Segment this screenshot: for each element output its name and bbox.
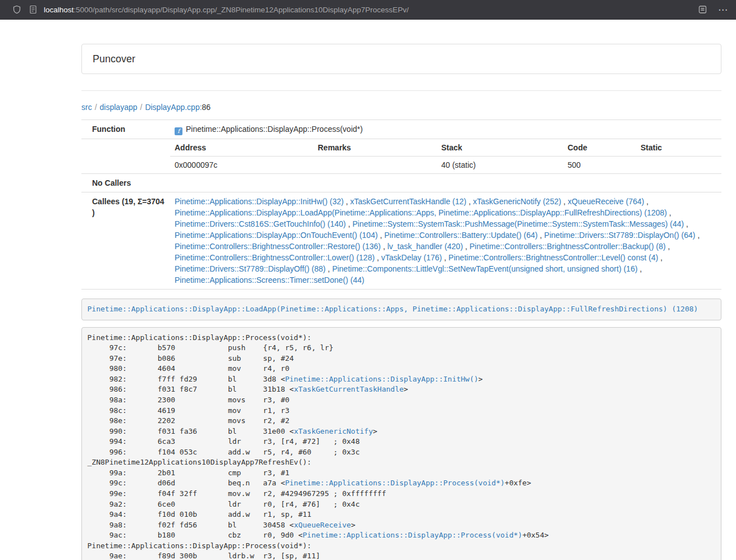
callee-link[interactable]: Pinetime::System::SystemTask::PushMessag… bbox=[353, 219, 684, 228]
reader-mode-icon[interactable] bbox=[698, 5, 707, 14]
stats-cell: Address Remarks Stack Code Static 0x0000… bbox=[170, 139, 721, 174]
col-header-remarks: Remarks bbox=[313, 139, 437, 157]
breadcrumb: src/displayapp/DisplayApp.cpp:86 bbox=[81, 102, 721, 113]
callee-separator: , bbox=[467, 197, 473, 206]
col-header-code: Code bbox=[563, 139, 636, 157]
selected-symbol-link[interactable]: Pinetime::Applications::DisplayApp::Load… bbox=[88, 305, 698, 313]
callee-link[interactable]: Pinetime::Controllers::BrightnessControl… bbox=[175, 253, 374, 262]
callee-link[interactable]: Pinetime::Controllers::BrightnessControl… bbox=[449, 253, 658, 262]
code-symbol-link[interactable]: Pinetime::Applications::DisplayApp::Proc… bbox=[285, 479, 505, 487]
callee-separator: , bbox=[374, 253, 381, 262]
callee-separator: , bbox=[381, 242, 387, 251]
callee-link[interactable]: lv_task_handler (420) bbox=[387, 242, 463, 251]
callee-link[interactable]: Pinetime::Drivers::St7789::DisplayOff() … bbox=[175, 264, 326, 273]
callee-link[interactable]: Pinetime::Controllers::Battery::Update()… bbox=[385, 231, 538, 240]
breadcrumb-src-link[interactable]: src bbox=[81, 103, 92, 112]
no-callers-cell bbox=[170, 174, 721, 192]
callee-separator: , bbox=[667, 208, 671, 217]
divider bbox=[81, 90, 721, 91]
code-symbol-link[interactable]: xTaskGetCurrentTaskHandle bbox=[294, 385, 404, 393]
selected-symbol-box: Pinetime::Applications::DisplayApp::Load… bbox=[81, 299, 721, 320]
callee-separator: , bbox=[442, 253, 449, 262]
code-symbol-link[interactable]: Pinetime::Applications::DisplayApp::Proc… bbox=[303, 531, 522, 539]
callee-separator: , bbox=[684, 219, 688, 228]
callee-separator: , bbox=[538, 231, 545, 240]
stats-row: Address Remarks Stack Code Static 0x0000… bbox=[81, 139, 721, 174]
static-value bbox=[636, 157, 721, 174]
stats-values-row: 0x0000097c 40 (static) 500 bbox=[170, 157, 721, 174]
callee-separator: , bbox=[346, 219, 353, 228]
code-symbol-link[interactable]: Pinetime::Applications::DisplayApp::Init… bbox=[285, 375, 478, 383]
address-value: 0x0000097c bbox=[170, 157, 313, 174]
callee-link[interactable]: Pinetime::Applications::DisplayApp::Load… bbox=[175, 208, 667, 217]
col-header-address: Address bbox=[170, 139, 313, 157]
callee-separator: , bbox=[666, 242, 670, 251]
function-label: Function bbox=[81, 120, 170, 139]
disassembly-block: Pinetime::Applications::DisplayApp::Proc… bbox=[81, 327, 721, 560]
disassembly-code: Pinetime::Applications::DisplayApp::Proc… bbox=[88, 333, 549, 560]
callee-separator: , bbox=[644, 197, 648, 206]
callee-link[interactable]: Pinetime::Drivers::St7789::DisplayOn() (… bbox=[544, 231, 695, 240]
callee-separator: , bbox=[326, 264, 332, 273]
function-name-cell: fPinetime::Applications::DisplayApp::Pro… bbox=[170, 120, 721, 139]
callee-link[interactable]: xQueueReceive (764) bbox=[568, 197, 644, 206]
function-table: Function fPinetime::Applications::Displa… bbox=[81, 120, 721, 290]
callee-separator: , bbox=[696, 231, 700, 240]
page-container: Puncover src/displayapp/DisplayApp.cpp:8… bbox=[81, 20, 721, 560]
page-title-panel: Puncover bbox=[81, 44, 721, 74]
tracking-protection-shield-icon[interactable] bbox=[12, 5, 21, 14]
stats-row-label bbox=[81, 139, 170, 174]
overflow-menu-icon[interactable]: ⋯ bbox=[718, 4, 728, 15]
callee-link[interactable]: Pinetime::Applications::Screens::Timer::… bbox=[175, 276, 364, 284]
page-info-icon[interactable] bbox=[29, 5, 37, 14]
browser-toolbar: localhost:5000/path/src/displayapp/Displ… bbox=[0, 0, 736, 20]
stats-table: Address Remarks Stack Code Static 0x0000… bbox=[170, 139, 721, 173]
stack-value: 40 (static) bbox=[437, 157, 563, 174]
callee-separator: , bbox=[638, 264, 642, 273]
callees-cell: Pinetime::Applications::DisplayApp::Init… bbox=[170, 192, 721, 290]
callee-separator: , bbox=[378, 231, 385, 240]
breadcrumb-separator: / bbox=[95, 103, 97, 112]
callee-separator: , bbox=[463, 242, 470, 251]
remarks-value bbox=[313, 157, 437, 174]
col-header-static: Static bbox=[636, 139, 721, 157]
function-row: Function fPinetime::Applications::Displa… bbox=[81, 120, 721, 139]
callee-separator: , bbox=[658, 253, 662, 262]
no-callers-label: No Callers bbox=[81, 174, 170, 192]
callee-link[interactable]: Pinetime::Controllers::BrightnessControl… bbox=[175, 242, 381, 251]
col-header-stack: Stack bbox=[437, 139, 563, 157]
code-size-value: 500 bbox=[563, 157, 636, 174]
no-callers-row: No Callers bbox=[81, 174, 721, 192]
callee-link[interactable]: Pinetime::Components::LittleVgl::SetNewT… bbox=[332, 264, 638, 273]
callee-link[interactable]: xTaskGetCurrentTaskHandle (12) bbox=[350, 197, 467, 206]
stats-header-row: Address Remarks Stack Code Static bbox=[170, 139, 721, 157]
breadcrumb-file-link[interactable]: DisplayApp.cpp: bbox=[145, 103, 202, 112]
callee-link[interactable]: xTaskGenericNotify (252) bbox=[473, 197, 561, 206]
function-symbol-icon: f bbox=[175, 127, 182, 135]
breadcrumb-separator: / bbox=[140, 103, 143, 112]
callee-link[interactable]: vTaskDelay (176) bbox=[381, 253, 442, 262]
url-host: localhost bbox=[44, 6, 74, 14]
callee-separator: , bbox=[344, 197, 350, 206]
breadcrumb-line-number: 86 bbox=[202, 103, 211, 112]
callees-label: Callees (19, Σ=3704 ) bbox=[81, 192, 170, 290]
callee-separator: , bbox=[561, 197, 568, 206]
function-name: Pinetime::Applications::DisplayApp::Proc… bbox=[186, 125, 363, 134]
breadcrumb-displayapp-link[interactable]: displayapp bbox=[100, 103, 138, 112]
code-symbol-link[interactable]: xTaskGenericNotify bbox=[294, 427, 373, 435]
url-path: :5000/path/src/displayapp/DisplayApp.cpp… bbox=[74, 6, 409, 14]
url-bar[interactable]: localhost:5000/path/src/displayapp/Displ… bbox=[44, 6, 698, 14]
code-symbol-link[interactable]: xQueueReceive bbox=[294, 521, 351, 529]
callee-link[interactable]: Pinetime::Applications::DisplayApp::Init… bbox=[175, 197, 344, 206]
callee-link[interactable]: Pinetime::Applications::DisplayApp::OnTo… bbox=[175, 231, 378, 240]
callee-link[interactable]: Pinetime::Drivers::Cst816S::GetTouchInfo… bbox=[175, 219, 346, 228]
callee-link[interactable]: Pinetime::Controllers::BrightnessControl… bbox=[469, 242, 665, 251]
page-title: Puncover bbox=[93, 53, 135, 65]
callees-row: Callees (19, Σ=3704 ) Pinetime::Applicat… bbox=[81, 192, 721, 290]
